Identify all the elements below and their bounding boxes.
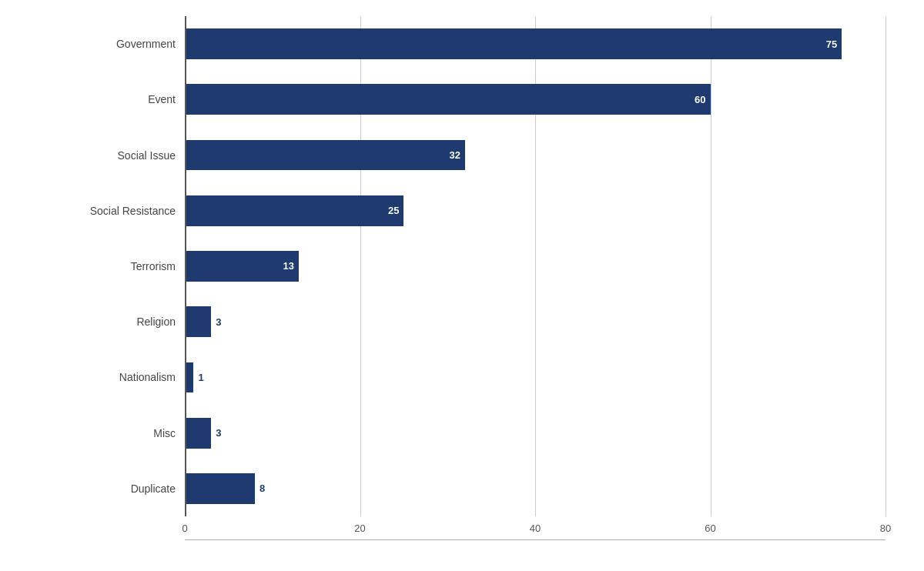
bar-value-outside: 3	[211, 316, 221, 328]
chart-inner: Government75Event60Social Issue32Social …	[62, 16, 886, 555]
bar-value-inside: 60	[695, 94, 710, 105]
chart-container: Government75Event60Social Issue32Social …	[38, 16, 886, 555]
bar-row: Religion3	[62, 294, 886, 349]
bar: 13	[185, 251, 299, 282]
category-label: Nationalism	[62, 371, 185, 383]
bar-value-outside: 8	[255, 483, 265, 494]
x-tick-label: 0	[182, 523, 187, 534]
bar-row: Nationalism1	[62, 349, 886, 405]
bar-value-inside: 32	[450, 149, 465, 161]
bar-value-outside: 1	[193, 372, 203, 383]
category-label: Misc	[62, 427, 185, 439]
category-label: Social Resistance	[62, 205, 185, 217]
bar-value-inside: 25	[388, 205, 403, 216]
bar-value-inside: 13	[283, 260, 298, 272]
bar	[185, 362, 193, 393]
bar-wrapper: 25	[185, 183, 886, 239]
bar-row: Terrorism13	[62, 239, 886, 294]
x-axis: 020406080	[62, 516, 886, 555]
bar: 75	[185, 28, 842, 59]
bar-wrapper: 32	[185, 127, 886, 182]
category-label: Government	[62, 38, 185, 50]
y-axis-label	[38, 16, 62, 555]
x-tick-label: 40	[530, 523, 541, 534]
grid-line	[886, 16, 886, 516]
chart-area: Government75Event60Social Issue32Social …	[38, 16, 886, 555]
category-label: Terrorism	[62, 260, 185, 272]
x-tick-labels: 020406080	[185, 516, 886, 539]
bar-wrapper: 60	[185, 72, 886, 127]
bars-and-labels: Government75Event60Social Issue32Social …	[62, 16, 886, 516]
bar-value-outside: 3	[211, 427, 221, 439]
bar-wrapper: 8	[185, 461, 886, 516]
bar-value-inside: 75	[826, 38, 842, 50]
bar-row: Misc3	[62, 406, 886, 461]
category-label: Religion	[62, 316, 185, 328]
bar-wrapper: 3	[185, 294, 886, 349]
bar-wrapper: 13	[185, 239, 886, 294]
bar-row: Social Resistance25	[62, 183, 886, 239]
bar-row: Event60	[62, 72, 886, 127]
bar-row: Duplicate8	[62, 461, 886, 516]
bar-wrapper: 1	[185, 349, 886, 405]
bar: 60	[185, 84, 711, 115]
category-label: Social Issue	[62, 149, 185, 162]
bar: 32	[185, 140, 465, 171]
bar-row: Social Issue32	[62, 127, 886, 182]
bar-wrapper: 3	[185, 406, 886, 461]
bar: 25	[185, 195, 403, 226]
x-tick-label: 80	[880, 523, 891, 534]
category-label: Duplicate	[62, 483, 185, 495]
x-tick-label: 60	[705, 523, 715, 534]
category-label: Event	[62, 93, 185, 105]
bar-wrapper: 75	[185, 16, 886, 72]
x-tick-label: 20	[354, 523, 365, 534]
bar	[185, 306, 211, 337]
bar-row: Government75	[62, 16, 886, 72]
bar	[185, 418, 211, 449]
bar	[185, 473, 255, 504]
bars-section: Government75Event60Social Issue32Social …	[62, 16, 886, 516]
